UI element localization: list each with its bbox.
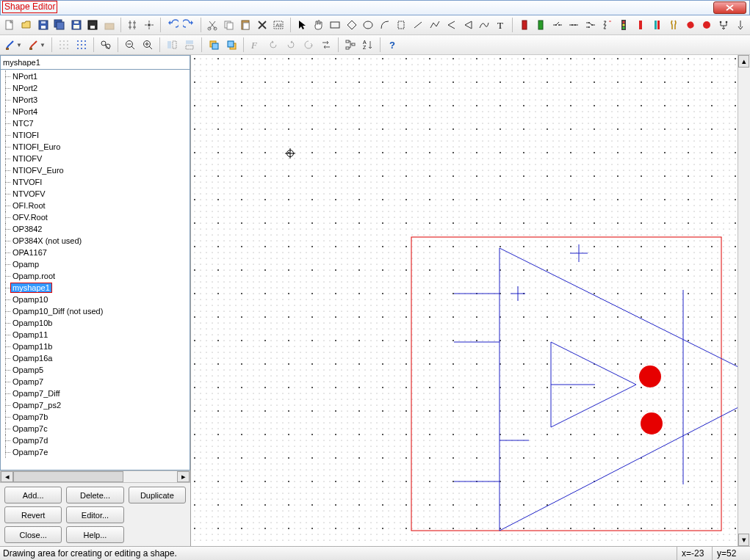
rotate-left-button[interactable] [266,37,281,52]
flip-v-button[interactable] [182,37,197,52]
save-all-button[interactable] [53,18,67,32]
pan-tool[interactable] [311,18,325,32]
diamond-tool[interactable] [345,18,358,32]
tree-item[interactable]: Opamp11b [1,341,190,352]
tree-item[interactable]: myshape1 [1,282,190,294]
duplicate-button[interactable]: Duplicate [129,487,186,503]
tree-item[interactable]: Opamp5 [1,364,190,376]
delete-button[interactable] [255,18,269,32]
tree-item[interactable]: Opamp7 [1,376,190,388]
tree-item[interactable]: NPort4 [1,106,190,117]
select-all-button[interactable]: All [272,18,286,32]
help-dialog-button[interactable]: Help... [66,526,123,543]
fill-tool[interactable]: ▼ [26,37,47,52]
save-alt-button[interactable] [69,18,83,32]
down-arrow-tool[interactable] [733,18,747,32]
shape-tree[interactable]: NPort1NPort2NPort3NPort4NTC7NTIOFINTIOFI… [1,70,190,470]
snap-toggle-button[interactable] [126,18,140,32]
drawing-canvas[interactable]: ▴ ▾ [191,55,750,546]
swap-button[interactable] [319,37,333,52]
brush-tool[interactable]: ▼ [3,37,24,52]
save-button[interactable] [36,18,50,32]
tree-item[interactable]: NTIOFV_Euro [1,164,190,176]
open-poly-tool[interactable] [444,18,458,32]
switch-a-tool[interactable] [551,18,565,32]
rect-tool[interactable] [328,18,342,32]
pliers-tool[interactable] [667,18,681,32]
tree-item[interactable]: NTVOFI [1,176,190,188]
text-tool[interactable]: T [494,18,508,32]
canvas-vscroll[interactable]: ▴ ▾ [738,55,750,546]
scroll-left-button[interactable]: ◂ [1,471,13,482]
delete-shape-button[interactable]: Delete... [66,487,123,503]
down-nodes-tool[interactable] [717,18,731,32]
grid-bold-button[interactable] [74,37,89,52]
undo-button[interactable] [165,18,179,32]
tree-item[interactable]: Opamp11 [1,329,190,341]
scroll-right-button[interactable]: ▸ [177,471,190,482]
polyline-tool[interactable] [428,18,441,32]
help-button[interactable]: ? [385,37,400,52]
tree-item[interactable]: OFV.Root [1,211,190,223]
grid-fine-button[interactable] [57,37,71,52]
close-button[interactable]: Close... [4,526,62,543]
switch-b-tool[interactable] [567,18,581,32]
tree-item[interactable]: Opamp7d [1,434,190,446]
tree-item[interactable]: NTVOFV [1,188,190,200]
tree-item[interactable]: Opamp10_Diff (not used) [1,305,190,317]
tree-item[interactable]: NPort3 [1,94,190,106]
tree-item[interactable]: Opamp10b [1,317,190,329]
zoom-in-button[interactable] [140,37,155,52]
open-file-button[interactable] [20,18,34,32]
rotate-ccw-button[interactable] [301,37,316,52]
paste-button[interactable] [239,18,253,32]
blob-tool[interactable] [683,18,697,32]
tree-item[interactable]: Opamp7_Diff [1,388,190,399]
sort-button[interactable]: AZ [361,37,375,52]
tree-view-button[interactable] [343,37,358,52]
pointer-tool[interactable] [295,18,309,32]
tree-item[interactable]: NPort2 [1,82,190,94]
tree-item[interactable]: Opamp7b [1,411,190,423]
tree-item[interactable]: NTIOFI_Euro [1,141,190,153]
save-as-button[interactable] [86,18,100,32]
flip-h-button[interactable] [165,37,179,52]
led-green-tool[interactable] [534,18,548,32]
closed-poly-tool[interactable] [461,18,475,32]
add-point-button[interactable] [143,18,156,32]
redo-button[interactable] [182,18,196,32]
to-front-button[interactable] [206,37,221,52]
cut-button[interactable] [205,18,219,32]
line-tool[interactable] [411,18,425,32]
tree-item[interactable]: OFI.Root [1,200,190,211]
tree-item[interactable]: OPA1167 [1,247,190,258]
tree-hscroll[interactable]: ◂ ▸ [0,470,190,483]
font-button[interactable]: F [248,37,263,52]
switch-c-tool[interactable] [584,18,598,32]
revert-button[interactable]: Revert [4,506,62,523]
tree-item[interactable]: Opamp7c [1,423,190,434]
add-button[interactable]: Add... [4,487,62,503]
tree-item[interactable]: Opamp.root [1,270,190,282]
zigzag-tool[interactable] [600,18,614,32]
package-button[interactable] [103,18,117,32]
tree-item[interactable]: Opamp [1,258,190,270]
tree-item[interactable]: Opamp10 [1,294,190,305]
bar-teal-tool[interactable] [650,18,664,32]
spline-tool[interactable] [477,18,491,32]
shape-search-input[interactable] [0,55,190,70]
scroll-up-button[interactable]: ▴ [738,55,749,68]
rotate-right-button[interactable] [284,37,298,52]
zoom-out-button[interactable] [123,37,137,52]
copy-button[interactable] [222,18,236,32]
tree-item[interactable]: OP3842 [1,223,190,235]
traffic-tool[interactable] [617,18,631,32]
tree-item[interactable]: NTIOFI [1,129,190,141]
tree-item[interactable]: Opamp7e [1,446,190,458]
find-button[interactable] [98,37,113,52]
scroll-thumb[interactable] [13,471,123,482]
tree-item[interactable]: OP384X (not used) [1,235,190,247]
block-tool[interactable] [394,18,408,32]
tree-item[interactable]: Opamp7_ps2 [1,399,190,411]
scroll-down-button[interactable]: ▾ [738,534,749,546]
